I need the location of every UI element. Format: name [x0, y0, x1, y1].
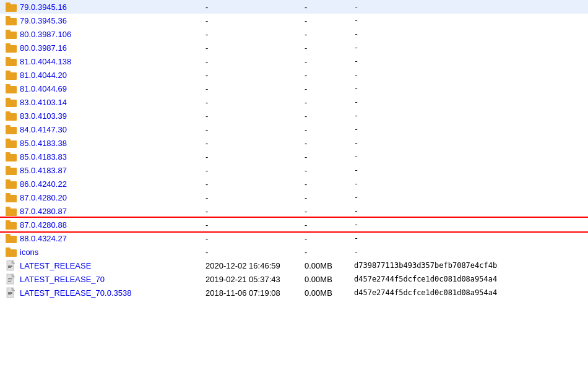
file-link[interactable]: icons	[20, 247, 38, 257]
hash-cell: -	[354, 98, 586, 106]
date-cell: -	[205, 71, 305, 80]
file-link[interactable]: 79.0.3945.36	[20, 16, 67, 25]
file-icon-svg	[6, 287, 16, 298]
svg-rect-15	[8, 292, 12, 293]
folder-icon-img	[6, 16, 17, 25]
size-cell: -	[305, 30, 354, 39]
folder-icon-img	[6, 98, 17, 107]
file-link[interactable]: LATEST_RELEASE_70	[20, 275, 105, 284]
file-link[interactable]: 87.0.4280.87	[20, 207, 67, 216]
hash-cell: -	[354, 234, 586, 243]
file-link[interactable]: 85.0.4183.87	[20, 166, 67, 175]
date-cell: -	[205, 152, 305, 161]
folder-icon	[2, 71, 20, 80]
file-link[interactable]: 81.0.4044.138	[20, 57, 71, 66]
size-cell: -	[305, 166, 354, 175]
file-link[interactable]: 85.0.4183.83	[20, 152, 67, 161]
file-link[interactable]: 87.0.4280.88	[20, 220, 67, 230]
date-cell: -	[205, 125, 305, 134]
date-cell: -	[205, 30, 305, 39]
list-item: 79.0.3945.36---	[0, 14, 588, 27]
list-item: 85.0.4183.38---	[0, 136, 588, 150]
size-cell: 0.00MB	[305, 275, 354, 284]
file-link[interactable]: 84.0.4147.30	[20, 125, 67, 134]
hash-cell: -	[354, 247, 586, 256]
file-icon-svg	[6, 260, 16, 271]
svg-rect-4	[8, 266, 12, 267]
size-cell: -	[305, 98, 354, 107]
hash-cell: d739877113b493d357befb7087e4cf4b	[354, 261, 586, 270]
file-link[interactable]: 83.0.4103.39	[20, 111, 67, 121]
file-link[interactable]: 87.0.4280.20	[20, 193, 67, 202]
file-link[interactable]: 79.0.3945.16	[20, 2, 67, 12]
file-link[interactable]: 81.0.4044.69	[20, 84, 67, 93]
size-cell: 0.00MB	[305, 261, 354, 270]
list-item: 88.0.4324.27---	[0, 231, 588, 245]
folder-icon-img	[6, 234, 17, 243]
date-cell: -	[205, 220, 305, 230]
date-cell: -	[205, 139, 305, 148]
date-cell: -	[205, 57, 305, 66]
file-link[interactable]: 86.0.4240.22	[20, 179, 67, 189]
file-link[interactable]: LATEST_RELEASE	[20, 261, 91, 270]
hash-cell: -	[354, 220, 586, 229]
list-item: 85.0.4183.83---	[0, 150, 588, 163]
svg-rect-3	[8, 265, 12, 265]
date-cell: -	[205, 207, 305, 216]
hash-cell: -	[354, 2, 586, 11]
file-link[interactable]: 85.0.4183.38	[20, 139, 67, 148]
hash-cell: -	[354, 193, 586, 202]
date-cell: -	[205, 111, 305, 121]
list-item: 87.0.4280.20---	[0, 191, 588, 204]
size-cell: -	[305, 247, 354, 257]
size-cell: -	[305, 193, 354, 202]
size-cell: -	[305, 111, 354, 121]
hash-cell: -	[354, 166, 586, 174]
folder-icon-img	[6, 57, 17, 66]
hash-cell: -	[354, 30, 586, 38]
folder-icon-img	[6, 111, 17, 121]
folder-icon-img	[6, 220, 17, 230]
date-cell: -	[205, 193, 305, 202]
hash-cell: -	[354, 16, 586, 25]
file-link[interactable]: 80.0.3987.16	[20, 43, 67, 53]
folder-icon	[2, 193, 20, 202]
date-cell: -	[205, 84, 305, 93]
folder-icon	[2, 2, 20, 12]
date-cell: 2020-12-02 16:46:59	[205, 261, 305, 270]
size-cell: 0.00MB	[305, 288, 354, 298]
file-link[interactable]: 83.0.4103.14	[20, 98, 67, 107]
hash-cell: -	[354, 152, 586, 161]
date-cell: -	[205, 2, 305, 12]
file-link[interactable]: 88.0.4324.27	[20, 234, 67, 243]
size-cell: -	[305, 179, 354, 189]
list-item: 81.0.4044.20---	[0, 68, 588, 82]
folder-icon	[2, 30, 20, 39]
list-item: 81.0.4044.69---	[0, 82, 588, 95]
file-link[interactable]: 80.0.3987.106	[20, 30, 71, 39]
list-item: LATEST_RELEASE2020-12-02 16:46:590.00MBd…	[0, 259, 588, 272]
folder-icon-img	[6, 125, 17, 134]
file-link[interactable]: LATEST_RELEASE_70.0.3538	[20, 288, 131, 298]
list-item: 86.0.4240.22---	[0, 177, 588, 191]
folder-icon	[2, 166, 20, 175]
folder-icon-img	[6, 43, 17, 53]
folder-icon	[2, 220, 20, 230]
size-cell: -	[305, 84, 354, 93]
file-link[interactable]: 81.0.4044.20	[20, 71, 67, 80]
svg-rect-17	[8, 295, 11, 295]
svg-rect-9	[8, 278, 12, 279]
hash-cell: d457e2744f5dcfce1d0c081d08a954a4	[354, 288, 586, 297]
list-item: 87.0.4280.87---	[0, 204, 588, 218]
date-cell: -	[205, 247, 305, 257]
folder-icon-img	[6, 84, 17, 93]
size-cell: -	[305, 220, 354, 230]
folder-icon	[2, 207, 20, 216]
list-item: 85.0.4183.87---	[0, 163, 588, 177]
folder-icon-img	[6, 166, 17, 175]
folder-icon	[2, 111, 20, 121]
hash-cell: -	[354, 71, 586, 79]
file-icon	[2, 287, 20, 298]
list-item: 83.0.4103.39---	[0, 109, 588, 123]
file-icon	[2, 273, 20, 285]
